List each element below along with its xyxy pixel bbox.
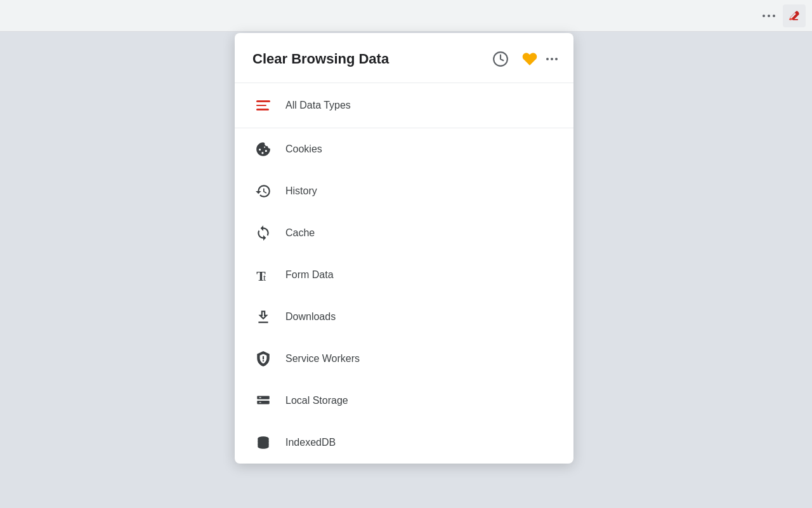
downloads-label: Downloads	[285, 311, 336, 323]
svg-rect-9	[259, 398, 261, 398]
download-icon	[252, 306, 274, 328]
history-label: History	[285, 185, 317, 197]
panel-title: Clear Browsing Data	[252, 51, 490, 67]
downloads-item[interactable]: Downloads	[235, 296, 573, 338]
cookies-label: Cookies	[285, 144, 322, 155]
all-data-types-label: All Data Types	[285, 100, 351, 111]
svg-rect-10	[259, 402, 261, 403]
form-data-label: Form Data	[285, 269, 334, 281]
indexeddb-icon	[252, 432, 274, 453]
heart-button[interactable]	[519, 48, 540, 70]
service-workers-icon	[252, 348, 274, 370]
cache-item[interactable]: Cache	[235, 212, 573, 254]
indexeddb-label: IndexedDB	[285, 437, 336, 448]
more-options-icon	[546, 58, 558, 60]
local-storage-label: Local Storage	[285, 395, 348, 406]
cookie-icon	[252, 138, 274, 160]
svg-point-2	[773, 15, 775, 17]
hamburger-icon	[252, 95, 274, 116]
svg-rect-8	[257, 401, 270, 404]
cache-label: Cache	[285, 227, 315, 239]
cache-icon	[252, 222, 274, 244]
more-options-button[interactable]	[548, 51, 556, 67]
browser-more-button[interactable]	[757, 4, 780, 27]
cookies-item[interactable]: Cookies	[235, 128, 573, 170]
local-storage-item[interactable]: Local Storage	[235, 380, 573, 422]
svg-text:t: t	[263, 272, 266, 283]
eraser-button[interactable]	[783, 4, 806, 27]
svg-point-0	[763, 15, 765, 17]
local-storage-icon	[252, 390, 274, 411]
history-item[interactable]: History	[235, 170, 573, 212]
svg-point-1	[768, 15, 770, 17]
history-icon	[252, 180, 274, 202]
service-workers-label: Service Workers	[285, 353, 360, 364]
browser-bar	[0, 0, 812, 32]
svg-rect-7	[257, 396, 270, 399]
clock-button[interactable]	[490, 48, 511, 70]
indexeddb-item[interactable]: IndexedDB	[235, 422, 573, 464]
form-data-item[interactable]: T t Form Data	[235, 254, 573, 296]
all-data-types-item[interactable]: All Data Types	[235, 83, 573, 128]
header-icons	[490, 48, 556, 70]
service-workers-item[interactable]: Service Workers	[235, 338, 573, 380]
panel-header: Clear Browsing Data	[235, 33, 573, 83]
form-data-icon: T t	[252, 264, 274, 286]
clear-browsing-data-panel: Clear Browsing Data	[235, 33, 573, 464]
